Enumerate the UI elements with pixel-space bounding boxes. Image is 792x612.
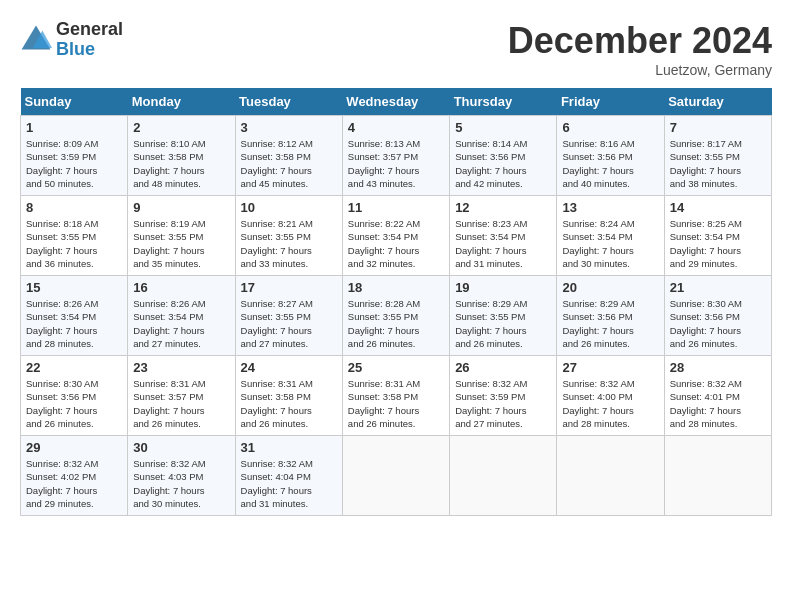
calendar-cell <box>664 436 771 516</box>
calendar-cell <box>342 436 449 516</box>
day-info: Sunrise: 8:32 AMSunset: 4:04 PMDaylight:… <box>241 457 337 510</box>
calendar-cell: 14Sunrise: 8:25 AMSunset: 3:54 PMDayligh… <box>664 196 771 276</box>
calendar-cell <box>557 436 664 516</box>
calendar-cell: 7Sunrise: 8:17 AMSunset: 3:55 PMDaylight… <box>664 116 771 196</box>
day-number: 20 <box>562 280 658 295</box>
day-number: 17 <box>241 280 337 295</box>
calendar-cell: 23Sunrise: 8:31 AMSunset: 3:57 PMDayligh… <box>128 356 235 436</box>
day-number: 4 <box>348 120 444 135</box>
calendar-cell: 28Sunrise: 8:32 AMSunset: 4:01 PMDayligh… <box>664 356 771 436</box>
calendar-cell: 24Sunrise: 8:31 AMSunset: 3:58 PMDayligh… <box>235 356 342 436</box>
calendar-week-2: 8Sunrise: 8:18 AMSunset: 3:55 PMDaylight… <box>21 196 772 276</box>
day-number: 16 <box>133 280 229 295</box>
day-info: Sunrise: 8:32 AMSunset: 4:03 PMDaylight:… <box>133 457 229 510</box>
day-number: 1 <box>26 120 122 135</box>
calendar-week-3: 15Sunrise: 8:26 AMSunset: 3:54 PMDayligh… <box>21 276 772 356</box>
calendar-cell: 17Sunrise: 8:27 AMSunset: 3:55 PMDayligh… <box>235 276 342 356</box>
calendar-cell: 31Sunrise: 8:32 AMSunset: 4:04 PMDayligh… <box>235 436 342 516</box>
location: Luetzow, Germany <box>508 62 772 78</box>
calendar-cell: 1Sunrise: 8:09 AMSunset: 3:59 PMDaylight… <box>21 116 128 196</box>
day-info: Sunrise: 8:24 AMSunset: 3:54 PMDaylight:… <box>562 217 658 270</box>
calendar-cell: 26Sunrise: 8:32 AMSunset: 3:59 PMDayligh… <box>450 356 557 436</box>
day-number: 21 <box>670 280 766 295</box>
day-info: Sunrise: 8:32 AMSunset: 4:02 PMDaylight:… <box>26 457 122 510</box>
day-info: Sunrise: 8:32 AMSunset: 4:01 PMDaylight:… <box>670 377 766 430</box>
day-number: 5 <box>455 120 551 135</box>
calendar-cell: 16Sunrise: 8:26 AMSunset: 3:54 PMDayligh… <box>128 276 235 356</box>
logo: General Blue <box>20 20 123 60</box>
day-info: Sunrise: 8:14 AMSunset: 3:56 PMDaylight:… <box>455 137 551 190</box>
day-info: Sunrise: 8:32 AMSunset: 4:00 PMDaylight:… <box>562 377 658 430</box>
header-day-wednesday: Wednesday <box>342 88 449 116</box>
header-day-saturday: Saturday <box>664 88 771 116</box>
logo-text: General Blue <box>56 20 123 60</box>
day-info: Sunrise: 8:30 AMSunset: 3:56 PMDaylight:… <box>26 377 122 430</box>
day-number: 10 <box>241 200 337 215</box>
header-row: SundayMondayTuesdayWednesdayThursdayFrid… <box>21 88 772 116</box>
day-number: 9 <box>133 200 229 215</box>
day-info: Sunrise: 8:26 AMSunset: 3:54 PMDaylight:… <box>26 297 122 350</box>
day-number: 2 <box>133 120 229 135</box>
day-number: 28 <box>670 360 766 375</box>
day-number: 18 <box>348 280 444 295</box>
day-info: Sunrise: 8:29 AMSunset: 3:55 PMDaylight:… <box>455 297 551 350</box>
day-number: 31 <box>241 440 337 455</box>
day-number: 27 <box>562 360 658 375</box>
day-number: 26 <box>455 360 551 375</box>
day-info: Sunrise: 8:22 AMSunset: 3:54 PMDaylight:… <box>348 217 444 270</box>
day-info: Sunrise: 8:31 AMSunset: 3:57 PMDaylight:… <box>133 377 229 430</box>
calendar-week-1: 1Sunrise: 8:09 AMSunset: 3:59 PMDaylight… <box>21 116 772 196</box>
calendar-cell: 25Sunrise: 8:31 AMSunset: 3:58 PMDayligh… <box>342 356 449 436</box>
logo-blue: Blue <box>56 40 123 60</box>
day-info: Sunrise: 8:21 AMSunset: 3:55 PMDaylight:… <box>241 217 337 270</box>
day-info: Sunrise: 8:27 AMSunset: 3:55 PMDaylight:… <box>241 297 337 350</box>
day-info: Sunrise: 8:30 AMSunset: 3:56 PMDaylight:… <box>670 297 766 350</box>
day-number: 29 <box>26 440 122 455</box>
day-info: Sunrise: 8:16 AMSunset: 3:56 PMDaylight:… <box>562 137 658 190</box>
calendar-cell: 19Sunrise: 8:29 AMSunset: 3:55 PMDayligh… <box>450 276 557 356</box>
day-number: 7 <box>670 120 766 135</box>
calendar-cell <box>450 436 557 516</box>
calendar-body: 1Sunrise: 8:09 AMSunset: 3:59 PMDaylight… <box>21 116 772 516</box>
calendar-cell: 6Sunrise: 8:16 AMSunset: 3:56 PMDaylight… <box>557 116 664 196</box>
calendar-cell: 18Sunrise: 8:28 AMSunset: 3:55 PMDayligh… <box>342 276 449 356</box>
day-info: Sunrise: 8:13 AMSunset: 3:57 PMDaylight:… <box>348 137 444 190</box>
day-number: 6 <box>562 120 658 135</box>
calendar-cell: 21Sunrise: 8:30 AMSunset: 3:56 PMDayligh… <box>664 276 771 356</box>
calendar-cell: 2Sunrise: 8:10 AMSunset: 3:58 PMDaylight… <box>128 116 235 196</box>
calendar-week-4: 22Sunrise: 8:30 AMSunset: 3:56 PMDayligh… <box>21 356 772 436</box>
day-number: 3 <box>241 120 337 135</box>
calendar-cell: 29Sunrise: 8:32 AMSunset: 4:02 PMDayligh… <box>21 436 128 516</box>
day-info: Sunrise: 8:18 AMSunset: 3:55 PMDaylight:… <box>26 217 122 270</box>
calendar-cell: 30Sunrise: 8:32 AMSunset: 4:03 PMDayligh… <box>128 436 235 516</box>
day-number: 14 <box>670 200 766 215</box>
day-number: 11 <box>348 200 444 215</box>
calendar-cell: 3Sunrise: 8:12 AMSunset: 3:58 PMDaylight… <box>235 116 342 196</box>
day-number: 8 <box>26 200 122 215</box>
calendar-cell: 9Sunrise: 8:19 AMSunset: 3:55 PMDaylight… <box>128 196 235 276</box>
header-day-friday: Friday <box>557 88 664 116</box>
day-number: 30 <box>133 440 229 455</box>
month-title: December 2024 <box>508 20 772 62</box>
logo-icon <box>20 24 52 56</box>
day-info: Sunrise: 8:28 AMSunset: 3:55 PMDaylight:… <box>348 297 444 350</box>
day-number: 19 <box>455 280 551 295</box>
calendar-cell: 10Sunrise: 8:21 AMSunset: 3:55 PMDayligh… <box>235 196 342 276</box>
logo-general: General <box>56 20 123 40</box>
calendar-cell: 12Sunrise: 8:23 AMSunset: 3:54 PMDayligh… <box>450 196 557 276</box>
day-info: Sunrise: 8:09 AMSunset: 3:59 PMDaylight:… <box>26 137 122 190</box>
calendar-cell: 27Sunrise: 8:32 AMSunset: 4:00 PMDayligh… <box>557 356 664 436</box>
calendar-cell: 15Sunrise: 8:26 AMSunset: 3:54 PMDayligh… <box>21 276 128 356</box>
day-info: Sunrise: 8:19 AMSunset: 3:55 PMDaylight:… <box>133 217 229 270</box>
day-number: 25 <box>348 360 444 375</box>
calendar-cell: 11Sunrise: 8:22 AMSunset: 3:54 PMDayligh… <box>342 196 449 276</box>
calendar-week-5: 29Sunrise: 8:32 AMSunset: 4:02 PMDayligh… <box>21 436 772 516</box>
header-day-thursday: Thursday <box>450 88 557 116</box>
calendar-header: SundayMondayTuesdayWednesdayThursdayFrid… <box>21 88 772 116</box>
day-info: Sunrise: 8:31 AMSunset: 3:58 PMDaylight:… <box>241 377 337 430</box>
header-day-monday: Monday <box>128 88 235 116</box>
title-block: December 2024 Luetzow, Germany <box>508 20 772 78</box>
day-number: 12 <box>455 200 551 215</box>
calendar-cell: 4Sunrise: 8:13 AMSunset: 3:57 PMDaylight… <box>342 116 449 196</box>
day-number: 24 <box>241 360 337 375</box>
